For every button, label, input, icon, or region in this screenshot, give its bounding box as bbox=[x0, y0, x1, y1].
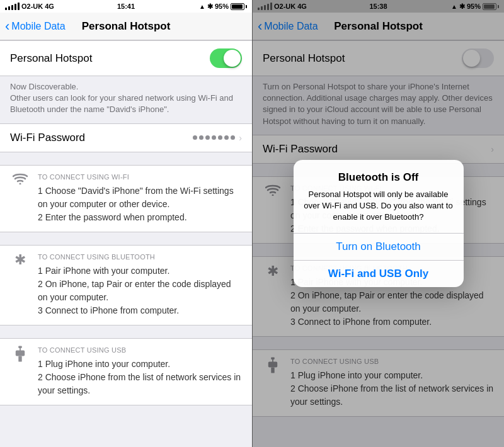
right-panel: O2-UK 4G 15:38 ▲ ✱ 95% ‹ Mobile Data bbox=[253, 0, 504, 447]
left-status-bar: O2-UK 4G 15:41 ▲ ✱ 95% bbox=[0, 0, 252, 13]
wifi-connect-icon bbox=[10, 173, 30, 187]
left-wifi-password-row[interactable]: Wi-Fi Password › bbox=[0, 124, 252, 152]
svg-rect-3 bbox=[16, 350, 25, 356]
svg-rect-1 bbox=[18, 346, 21, 348]
network-label: 4G bbox=[45, 3, 54, 10]
dialog-actions: Turn on Bluetooth Wi-Fi and USB Only bbox=[294, 233, 464, 287]
left-bt-header: TO CONNECT USING BLUETOOTH bbox=[38, 253, 242, 261]
turn-on-bluetooth-button[interactable]: Turn on Bluetooth bbox=[294, 234, 464, 261]
svg-point-0 bbox=[20, 183, 21, 184]
dot4 bbox=[212, 135, 216, 140]
left-back-button[interactable]: ‹ Mobile Data bbox=[5, 20, 66, 33]
left-wifi-password-section: Wi-Fi Password › bbox=[0, 123, 252, 152]
left-back-chevron: ‹ bbox=[5, 20, 9, 33]
dialog-content: Bluetooth is Off Personal Hotspot will o… bbox=[294, 160, 464, 224]
gps-icon: ▲ bbox=[199, 3, 205, 10]
left-wifi-step1: 1 Choose "David's iPhone" from the Wi-Fi… bbox=[38, 184, 242, 211]
battery-label: 95% bbox=[215, 3, 229, 10]
left-discoverable-line2: Other users can look for your shared net… bbox=[10, 93, 242, 115]
left-toggle-knob bbox=[224, 50, 241, 67]
left-status-left: O2-UK 4G bbox=[5, 3, 54, 10]
left-bt-instructions: ✱ TO CONNECT USING BLUETOOTH 1 Pair iPho… bbox=[0, 245, 252, 325]
left-phone: O2-UK 4G 15:41 ▲ ✱ 95% ‹ Mobile Data Per… bbox=[0, 0, 252, 447]
bluetooth-dialog: Bluetooth is Off Personal Hotspot will o… bbox=[294, 160, 464, 288]
dot5 bbox=[218, 135, 222, 140]
svg-rect-4 bbox=[18, 356, 21, 361]
dot6 bbox=[224, 135, 229, 140]
dot2 bbox=[199, 135, 203, 140]
dialog-message: Personal Hotspot will only be available … bbox=[304, 189, 454, 224]
dot7 bbox=[231, 135, 235, 140]
left-toggle-section: Personal Hotspot bbox=[0, 40, 252, 76]
left-hotspot-row: Personal Hotspot bbox=[0, 41, 252, 76]
left-discoverable-line1: Now Discoverable. bbox=[10, 81, 242, 93]
dot3 bbox=[205, 135, 210, 140]
left-nav-title: Personal Hotspot bbox=[82, 20, 171, 33]
left-usb-instructions: TO CONNECT USING USB 1 Plug iPhone into … bbox=[0, 338, 252, 405]
dialog-title: Bluetooth is Off bbox=[304, 171, 454, 184]
left-usb-step1: 1 Plug iPhone into your computer. bbox=[38, 358, 242, 371]
carrier-label: O2-UK bbox=[21, 3, 43, 10]
left-wifi-step2: 2 Enter the password when prompted. bbox=[38, 211, 242, 224]
wifi-usb-only-button[interactable]: Wi-Fi and USB Only bbox=[294, 261, 464, 287]
left-content: Personal Hotspot Now Discoverable. Other… bbox=[0, 40, 252, 447]
dot1 bbox=[193, 135, 197, 140]
left-wifi-header: TO CONNECT USING WI-FI bbox=[38, 173, 242, 181]
left-hotspot-toggle[interactable] bbox=[210, 48, 242, 68]
left-bt-step2: 2 On iPhone, tap Pair or enter the code … bbox=[38, 278, 242, 304]
wifi-password-chevron: › bbox=[239, 133, 242, 143]
left-discoverable-text: Now Discoverable. Other users can look f… bbox=[0, 76, 252, 123]
usb-connect-icon bbox=[10, 345, 30, 366]
left-wifi-password-label: Wi-Fi Password bbox=[10, 132, 85, 144]
left-wifi-instructions: TO CONNECT USING WI-FI 1 Choose "David's… bbox=[0, 165, 252, 232]
bluetooth-icon: ✱ bbox=[207, 3, 213, 11]
left-nav-bar: ‹ Mobile Data Personal Hotspot bbox=[0, 13, 252, 40]
bluetooth-connect-icon: ✱ bbox=[10, 252, 30, 268]
left-wifi-password-value: › bbox=[193, 133, 242, 143]
left-back-label: Mobile Data bbox=[11, 21, 65, 32]
battery-icon bbox=[231, 3, 247, 10]
left-hotspot-label: Personal Hotspot bbox=[10, 52, 92, 65]
left-bt-step1: 1 Pair iPhone with your computer. bbox=[38, 264, 242, 278]
left-time: 15:41 bbox=[117, 3, 135, 10]
left-status-right: ▲ ✱ 95% bbox=[199, 3, 247, 11]
left-usb-header: TO CONNECT USING USB bbox=[38, 346, 242, 354]
signal-icon bbox=[5, 3, 20, 10]
dialog-overlay: Bluetooth is Off Personal Hotspot will o… bbox=[253, 0, 504, 447]
left-usb-step2: 2 Choose iPhone from the list of network… bbox=[38, 371, 242, 397]
left-bt-step3: 3 Connect to iPhone from computer. bbox=[38, 304, 242, 317]
left-password-dots bbox=[193, 135, 235, 140]
